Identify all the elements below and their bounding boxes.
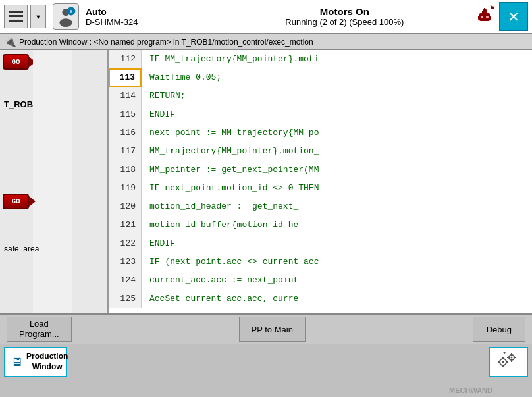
info-button[interactable]: i <box>53 3 79 30</box>
svg-rect-27 <box>507 357 510 358</box>
line-number: 125 <box>109 290 142 308</box>
line-code: IF MM_trajectory{MM_pointer}.moti <box>142 50 319 68</box>
table-row: 117 MM_trajectory{MM_pointer}.motion_ <box>109 142 532 161</box>
mode-label: Auto <box>86 7 215 17</box>
breadcrumb-text: Production Window : <No named program> i… <box>19 38 313 47</box>
line-code: WaitTime 0.05; <box>142 68 221 87</box>
line-number: 122 <box>109 234 142 253</box>
line-number: 118 <box>109 161 142 179</box>
pw-line1: Production <box>26 352 68 361</box>
svg-rect-18 <box>502 357 504 359</box>
svg-rect-21 <box>506 361 508 363</box>
svg-rect-28 <box>514 357 517 358</box>
device-label: D-SHMM-324 <box>86 17 215 27</box>
line-number: 116 <box>109 124 142 142</box>
motors-on-label: Motors On <box>215 6 474 17</box>
main-area: GO T_ROB1 GO safe_area 112 IF MM_traject… <box>0 50 532 313</box>
menu-button[interactable] <box>4 5 28 28</box>
pp-to-main-button[interactable]: PP to Main <box>239 317 306 342</box>
line-code: ENDIF <box>142 234 175 253</box>
svg-rect-26 <box>511 360 512 363</box>
line-code: current_acc.acc := next_point <box>142 271 298 290</box>
running-label: Running (2 of 2) (Speed 100%) <box>215 17 474 27</box>
debug-button[interactable]: Debug <box>473 317 525 342</box>
line-number: 124 <box>109 271 142 290</box>
svg-rect-22 <box>503 352 506 354</box>
line-number: 121 <box>109 216 142 234</box>
code-lines-container: 112 IF MM_trajectory{MM_pointer}.moti113… <box>109 50 532 313</box>
toolbar-mode-group: Auto D-SHMM-324 <box>86 7 215 27</box>
line-code: MM_pointer := get_next_pointer(MM <box>142 161 319 179</box>
breadcrumb: 🔌 Production Window : <No named program>… <box>0 34 532 50</box>
line-code: motion_id_buffer{motion_id_he <box>142 216 298 234</box>
table-row: 113 WaitTime 0.05; <box>109 68 532 87</box>
production-window-label: Production Window <box>26 352 68 372</box>
svg-text:⚑: ⚑ <box>490 4 494 13</box>
svg-rect-19 <box>502 365 504 367</box>
watermark: MECHWAND <box>449 386 492 394</box>
line-code: IF next_point.motion_id <> 0 THEN <box>142 179 319 198</box>
svg-rect-25 <box>511 353 512 356</box>
line-number: 120 <box>109 198 142 216</box>
svg-point-10 <box>486 16 489 18</box>
line-code: MM_trajectory{MM_pointer}.motion_ <box>142 142 319 161</box>
line-number: 115 <box>109 105 142 124</box>
status-bar: 🖥 Production Window <box>0 344 532 380</box>
safe-area-label: safe_area <box>4 244 39 253</box>
line-code: motion_id_header := get_next_ <box>142 198 298 216</box>
line-code: ENDIF <box>142 105 175 124</box>
line-number: 113 <box>109 68 142 87</box>
table-row: 115 ENDIF <box>109 105 532 124</box>
production-window-icon: 🖥 <box>11 356 22 369</box>
toolbar-right-group: ⚑ ✕ <box>474 2 528 31</box>
line-code: IF (next_point.acc <> current_acc <box>142 253 319 271</box>
table-row: 124 current_acc.acc := next_point <box>109 271 532 290</box>
line-code: next_point := MM_trajectory{MM_po <box>142 124 319 142</box>
line-number-sidebar <box>33 50 72 313</box>
line-number: 123 <box>109 253 142 271</box>
bottom-toolbar: Load Program... PP to Main Debug <box>0 313 532 344</box>
production-window-button[interactable]: 🖥 Production Window <box>4 347 67 377</box>
line-number: 112 <box>109 50 142 68</box>
top-toolbar: ▾ i Auto D-SHMM-324 Motors On Running (2… <box>0 0 532 34</box>
svg-text:i: i <box>70 8 72 14</box>
table-row: 121 motion_id_buffer{motion_id_he <box>109 216 532 234</box>
load-program-button[interactable]: Load Program... <box>7 317 72 342</box>
svg-point-9 <box>481 16 483 18</box>
svg-point-4 <box>59 18 72 27</box>
line-number: 117 <box>109 142 142 161</box>
svg-point-17 <box>502 361 504 363</box>
toolbar-left-group: ▾ i <box>4 3 79 30</box>
line-number: 114 <box>109 87 142 105</box>
toolbar-status-group: Motors On Running (2 of 2) (Speed 100%) <box>215 6 474 27</box>
table-row: 112 IF MM_trajectory{MM_pointer}.moti <box>109 50 532 68</box>
go-button-2[interactable]: GO <box>3 194 29 209</box>
table-row: 125 AccSet current_acc.acc, curre <box>109 290 532 308</box>
svg-rect-1 <box>9 15 23 17</box>
svg-point-24 <box>511 357 513 359</box>
line-code: RETURN; <box>142 87 186 105</box>
chevron-down-button[interactable]: ▾ <box>30 5 46 28</box>
settings-button[interactable] <box>489 347 528 377</box>
pw-line2: Window <box>32 362 63 371</box>
table-row: 118 MM_pointer := get_next_pointer(MM <box>109 161 532 179</box>
svg-rect-12 <box>489 16 491 20</box>
code-panel: 112 IF MM_trajectory{MM_pointer}.moti113… <box>109 50 532 313</box>
table-row: 123 IF (next_point.acc <> current_acc <box>109 253 532 271</box>
robot-icon: ⚑ <box>474 4 495 30</box>
go-button-1[interactable]: GO <box>3 54 29 70</box>
svg-rect-2 <box>9 20 23 22</box>
table-row: 122 ENDIF <box>109 234 532 253</box>
svg-rect-20 <box>498 361 500 363</box>
line-number: 119 <box>109 179 142 198</box>
table-row: 120 motion_id_header := get_next_ <box>109 198 532 216</box>
line-code: AccSet current_acc.acc, curre <box>142 290 298 308</box>
table-row: 116 next_point := MM_trajectory{MM_po <box>109 124 532 142</box>
breadcrumb-icon: 🔌 <box>4 36 16 48</box>
table-row: 119 IF next_point.motion_id <> 0 THEN <box>109 179 532 198</box>
svg-rect-11 <box>478 16 481 20</box>
table-row: 114 RETURN; <box>109 87 532 105</box>
close-button[interactable]: ✕ <box>499 2 528 31</box>
svg-rect-0 <box>9 11 23 13</box>
left-panel: GO T_ROB1 GO safe_area <box>0 50 109 313</box>
